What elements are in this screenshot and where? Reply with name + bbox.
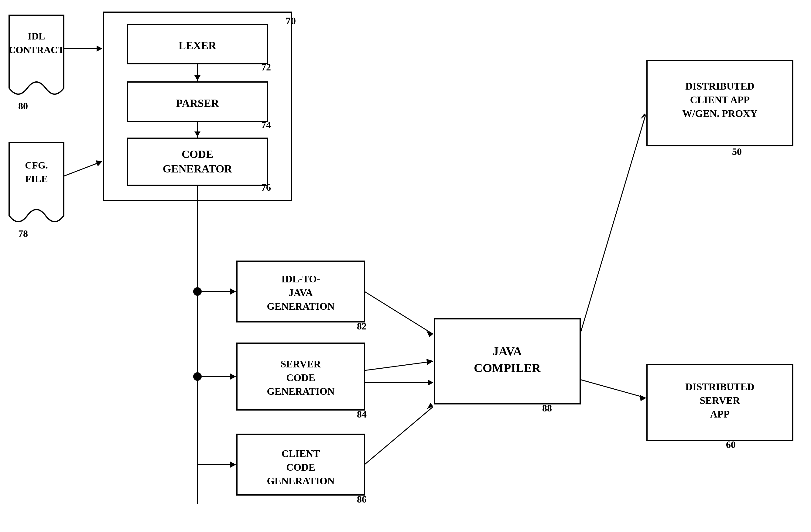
svg-marker-26 <box>427 359 433 365</box>
ref-80: 80 <box>18 100 28 111</box>
idl-label-2: CONTRACT <box>9 44 64 55</box>
svg-marker-15 <box>230 288 236 295</box>
dist-server-label-2: SERVER <box>700 395 740 406</box>
java-compiler-label-2: COMPILER <box>474 361 541 375</box>
dist-client-label-3: W/GEN. PROXY <box>682 108 758 119</box>
ref-60: 60 <box>726 439 736 450</box>
code-gen-label-2: GENERATOR <box>163 163 233 175</box>
svg-line-23 <box>365 292 433 334</box>
ref-74: 74 <box>261 119 271 130</box>
client-code-label-2: CODE <box>286 462 315 473</box>
svg-line-35 <box>580 379 645 398</box>
svg-marker-36 <box>640 395 646 401</box>
parser-label: PARSER <box>176 97 219 109</box>
junction-1 <box>193 287 202 296</box>
lexer-label: LEXER <box>179 40 217 52</box>
svg-marker-30 <box>427 403 433 409</box>
client-code-label-1: CLIENT <box>281 448 320 459</box>
client-code-label-3: GENERATION <box>267 475 334 486</box>
ref-84: 84 <box>357 409 367 420</box>
idl-java-label-1: IDL-TO- <box>281 273 320 284</box>
junction-2 <box>193 372 202 381</box>
ref-86: 86 <box>357 494 367 505</box>
ref-82: 82 <box>357 320 367 332</box>
java-compiler-label-1: JAVA <box>493 344 522 358</box>
svg-rect-3 <box>127 138 267 185</box>
dist-client-label-2: CLIENT APP <box>690 94 750 105</box>
idl-label-1: IDL <box>28 31 45 42</box>
dist-server-label-1: DISTRIBUTED <box>685 381 754 392</box>
cfg-label-2: FILE <box>25 173 48 184</box>
ref-50: 50 <box>732 146 742 157</box>
dist-server-label-3: APP <box>710 409 730 420</box>
dist-client-label-1: DISTRIBUTED <box>685 81 754 92</box>
diagram-svg: 70 LEXER 72 PARSER 74 CODE GENERATOR 76 … <box>0 0 811 532</box>
svg-marker-9 <box>96 46 102 52</box>
svg-line-10 <box>64 161 102 176</box>
idl-java-label-3: GENERATION <box>267 301 334 312</box>
server-code-label-3: GENERATION <box>267 386 334 397</box>
server-code-label-1: SERVER <box>281 359 321 370</box>
ref-76: 76 <box>261 182 271 193</box>
cfg-label-1: CFG. <box>25 160 48 171</box>
ref-88: 88 <box>542 403 552 413</box>
svg-marker-18 <box>230 374 236 379</box>
svg-line-29 <box>365 407 433 465</box>
svg-line-25 <box>365 361 433 371</box>
server-code-label-2: CODE <box>286 372 315 383</box>
svg-marker-21 <box>230 461 236 468</box>
ref-72: 72 <box>261 62 271 73</box>
code-gen-label-1: CODE <box>182 148 213 160</box>
svg-line-33 <box>580 115 645 334</box>
svg-marker-28 <box>428 379 433 386</box>
ref-78: 78 <box>18 228 28 239</box>
idl-java-label-2: JAVA <box>289 287 313 298</box>
ref-70: 70 <box>286 15 296 27</box>
